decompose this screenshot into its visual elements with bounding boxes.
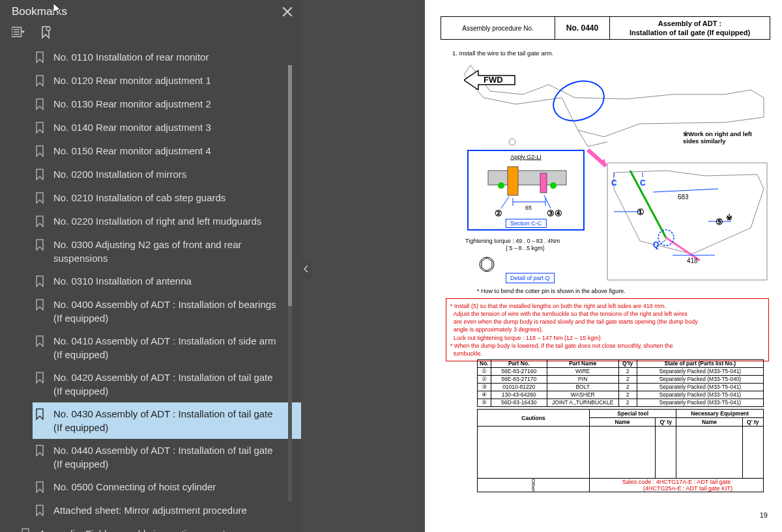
view-options-icon[interactable]	[12, 26, 25, 39]
svg-text:Q: Q	[653, 240, 659, 249]
svg-text:65: 65	[525, 204, 532, 211]
svg-line-18	[653, 189, 718, 192]
bookmark-item[interactable]: No. 0200 Installation of mirrors	[33, 163, 301, 186]
bookmark-item[interactable]: No. 0400 Assembly of ADT : Installation …	[33, 293, 301, 329]
bookmark-list[interactable]: No. 0110 Installation of rear monitorNo.…	[0, 46, 301, 532]
eq-special: Special tool	[589, 410, 676, 418]
cotter-note: * How to bend the cotter pin is shown in…	[477, 288, 626, 294]
section-cc-svg: 65 ② ③④	[469, 151, 583, 228]
pdf-page: Assembly procedure No. No. 0440 Assembly…	[425, 0, 782, 532]
svg-text:①: ①	[637, 207, 644, 217]
bookmark-icon	[35, 299, 46, 312]
bookmark-label: No. 0310 Installation of antenna	[53, 274, 296, 288]
svg-text:※: ※	[726, 213, 732, 222]
bookmark-item[interactable]: No. 0440 Assembly of ADT : Installation …	[33, 439, 301, 475]
bookmark-item[interactable]: No. 0220 Installation of right and left …	[33, 210, 301, 233]
bookmark-item[interactable]: No. 0310 Installation of antenna	[33, 270, 301, 293]
bookmark-label: No. 0410 Assembly of ADT : Installation …	[53, 334, 296, 361]
sales-code: Sales code : 4HCTG17A-E : ADT tail gate …	[589, 479, 763, 492]
eq-name1: Name	[589, 418, 655, 427]
panel-title: Bookmarks	[12, 5, 282, 18]
bookmark-label: No. 0130 Rear monitor adjustment 2	[53, 97, 296, 111]
tightening-torque: Tightening torque : 49 . 0～83 . 4Nm { 5～…	[465, 238, 560, 274]
svg-text:⑤: ⑤	[716, 217, 723, 227]
hdr-proc-no: No. 0440	[555, 17, 610, 39]
warning-box: * Install (5) so that the installed leng…	[446, 298, 769, 361]
bookmark-icon	[35, 51, 46, 64]
section-cc-label: Section C-C	[506, 219, 547, 228]
bookmark-item[interactable]: No. 0500 Connecting of hoist cylinder	[33, 475, 301, 499]
bookmark-icon	[35, 481, 46, 494]
svg-point-5	[509, 139, 515, 145]
eq-qty1: Q' ty	[656, 418, 676, 427]
nut-icon	[477, 255, 497, 274]
bookmark-item[interactable]: No. 0300 Adjusting N2 gas of front and r…	[33, 233, 301, 270]
panel-toolbar	[0, 25, 301, 46]
torque-l1: Tightening torque : 49 . 0～83 . 4Nm	[465, 238, 560, 245]
bookmark-label: Attached sheet: Mirror adjustment proced…	[53, 503, 296, 517]
bookmark-label: No. 0120 Rear monitor adjustment 1	[53, 74, 296, 87]
bookmark-icon	[35, 505, 46, 518]
bookmark-item[interactable]: No. 0110 Installation of rear monitor	[33, 46, 301, 69]
section-cc-box: Apply G2-LI 65 ② ③④ Section C-C	[467, 150, 585, 231]
svg-point-29	[550, 182, 557, 189]
svg-point-4	[46, 27, 50, 31]
bookmark-item[interactable]: No. 0140 Rear monitor adjustment 3	[33, 116, 301, 139]
bookmark-item[interactable]: No. 0430 Assembly of ADT : Installation …	[33, 402, 301, 439]
bookmark-icon	[35, 408, 46, 421]
collapse-panel-button[interactable]	[301, 259, 311, 279]
bookmark-label: Appendix: Field assembly inspection repo…	[39, 527, 296, 532]
svg-line-6	[630, 171, 666, 238]
bookmark-label: No. 0150 Rear monitor adjustment 4	[53, 144, 296, 158]
bookmark-item[interactable]: Attached sheet: Mirror adjustment proced…	[33, 499, 301, 522]
bookmark-label: No. 0420 Assembly of ADT : Installation …	[53, 371, 296, 398]
svg-text:418: 418	[687, 257, 698, 264]
bookmark-icon	[35, 372, 46, 385]
bookmark-icon	[35, 98, 46, 111]
eq-other: Other	[478, 479, 590, 492]
bookmark-item[interactable]: No. 0150 Rear monitor adjustment 4	[33, 139, 301, 163]
detail-part-q: Detail of part Q	[506, 273, 555, 283]
viewer-gutter	[301, 0, 425, 532]
page-header-table: Assembly procedure No. No. 0440 Assembly…	[441, 16, 770, 40]
svg-rect-26	[508, 167, 518, 195]
eq-name2: Name	[676, 418, 742, 427]
page-number: 19	[760, 511, 768, 519]
bookmark-icon	[35, 145, 46, 158]
hdr-title: Assembly of ADT : Installation of tail g…	[610, 17, 770, 39]
bookmarks-panel: Bookmarks No. 0110 Installation of rear …	[0, 0, 301, 532]
bookmark-item[interactable]: No. 0120 Rear monitor adjustment 1	[33, 69, 301, 92]
svg-line-36	[501, 197, 509, 208]
bookmark-label: No. 0430 Assembly of ADT : Installation …	[53, 407, 296, 434]
bookmark-label: No. 0400 Assembly of ADT : Installation …	[53, 298, 296, 325]
bookmark-item[interactable]: No. 0420 Assembly of ADT : Installation …	[33, 366, 301, 402]
equipment-table: Cautions Special tool Necessary Equipmen…	[477, 409, 764, 492]
bookmark-item[interactable]: Appendix: Field assembly inspection repo…	[18, 522, 301, 532]
bookmark-tool-icon[interactable]	[39, 26, 52, 39]
svg-text:C: C	[640, 178, 646, 188]
bookmark-item[interactable]: No. 0210 Installation of cab step guards	[33, 186, 301, 210]
scrollbar-thumb[interactable]	[288, 65, 292, 306]
parts-table: No.Part No.Part NameQ'tyState of part (P…	[477, 359, 764, 407]
bookmark-label: No. 0220 Installation of right and left …	[53, 214, 296, 228]
bookmark-label: No. 0200 Installation of mirrors	[53, 167, 296, 181]
hdr-title-1: Assembly of ADT :	[658, 19, 721, 28]
bookmark-item[interactable]: No. 0130 Rear monitor adjustment 2	[33, 92, 301, 116]
bookmark-icon	[35, 169, 46, 182]
bookmark-label: No. 0440 Assembly of ADT : Installation …	[53, 443, 296, 471]
svg-text:C: C	[611, 178, 617, 188]
bookmark-label: No. 0210 Installation of cab step guards	[53, 191, 296, 204]
close-icon[interactable]	[282, 6, 293, 18]
bookmark-icon	[35, 122, 46, 135]
bookmark-label: No. 0140 Rear monitor adjustment 3	[53, 120, 296, 134]
bookmark-icon	[35, 445, 46, 458]
figure-main: ① ⑤ ※ C C 683 418 Q FWD ※Work on rig	[444, 59, 770, 287]
bookmark-label: No. 0110 Installation of rear monitor	[53, 50, 296, 64]
svg-rect-27	[540, 173, 547, 193]
bookmark-item[interactable]: No. 0410 Assembly of ADT : Installation …	[33, 329, 301, 366]
eq-qty2: Q' ty	[742, 418, 763, 427]
note-work-both-sides: ※Work on right and left sides similarly	[683, 130, 768, 145]
svg-text:②: ②	[495, 208, 502, 218]
torque-l2: { 5～8 . 5 kgm}	[465, 245, 560, 252]
hdr-proc-label: Assembly procedure No.	[441, 17, 555, 39]
